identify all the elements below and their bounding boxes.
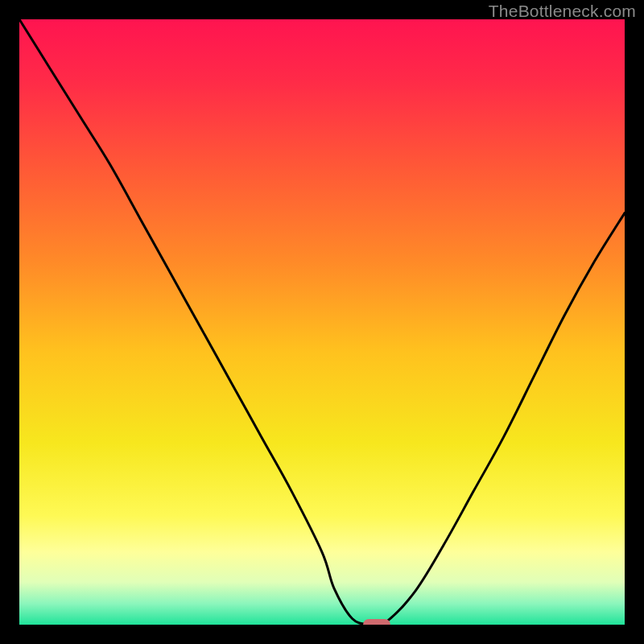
- plot-area: [19, 19, 625, 625]
- svg-rect-0: [19, 19, 625, 625]
- chart-frame: TheBottleneck.com: [0, 0, 644, 644]
- watermark-text: TheBottleneck.com: [489, 2, 636, 21]
- background-gradient: [19, 19, 625, 625]
- optimal-marker: [363, 619, 390, 625]
